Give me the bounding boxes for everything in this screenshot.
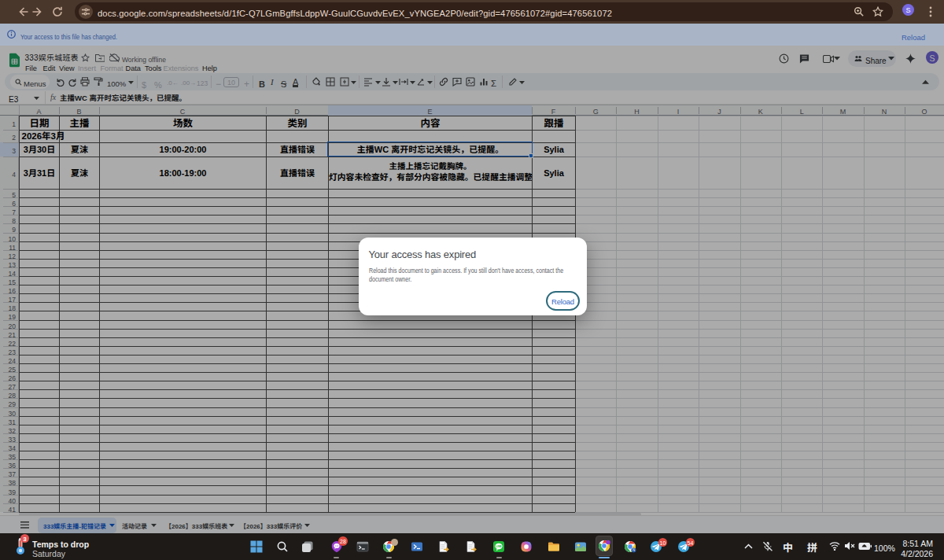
svg-text:N: N	[632, 547, 635, 552]
svg-text:LINE: LINE	[496, 544, 502, 548]
